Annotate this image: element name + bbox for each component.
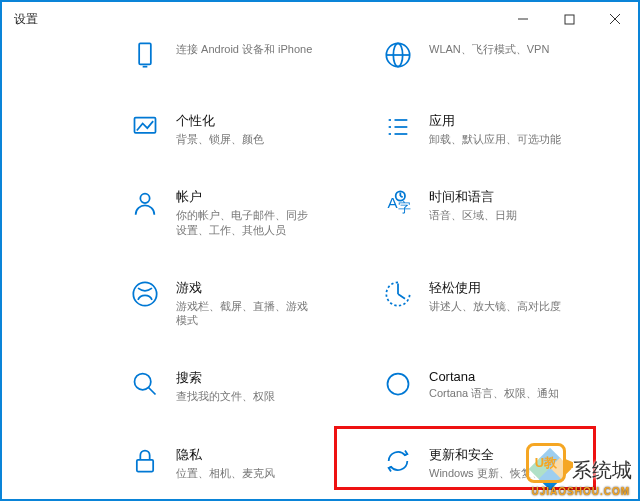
lock-icon bbox=[130, 446, 160, 476]
tile-phone[interactable]: 连接 Android 设备和 iPhone bbox=[122, 36, 375, 74]
minimize-button[interactable] bbox=[500, 2, 546, 36]
tile-subtitle: 连接 Android 设备和 iPhone bbox=[176, 42, 312, 56]
person-icon bbox=[130, 188, 160, 218]
globe-icon bbox=[383, 40, 413, 70]
tile-title: 隐私 bbox=[176, 446, 275, 464]
tile-title: 时间和语言 bbox=[429, 188, 517, 206]
tile-subtitle: 背景、锁屏、颜色 bbox=[176, 132, 264, 146]
tile-privacy[interactable]: 隐私 位置、相机、麦克风 bbox=[122, 442, 375, 484]
svg-rect-26 bbox=[137, 460, 153, 472]
tile-subtitle: 语音、区域、日期 bbox=[429, 208, 517, 222]
svg-text:A: A bbox=[388, 194, 399, 211]
tile-subtitle: Cortana 语言、权限、通知 bbox=[429, 386, 559, 400]
language-icon: A字 bbox=[383, 188, 413, 218]
watermark-sub: UJIAOSHOU.COM bbox=[531, 486, 630, 497]
maximize-button[interactable] bbox=[546, 2, 592, 36]
svg-line-24 bbox=[149, 388, 156, 395]
tile-subtitle: 讲述人、放大镜、高对比度 bbox=[429, 299, 561, 313]
watermark-text: 系统城 bbox=[572, 457, 632, 484]
tile-subtitle: 游戏栏、截屏、直播、游戏模式 bbox=[176, 299, 316, 328]
tile-title: 游戏 bbox=[176, 279, 316, 297]
phone-icon bbox=[130, 40, 160, 70]
svg-text:字: 字 bbox=[398, 201, 411, 216]
svg-point-23 bbox=[135, 374, 151, 390]
watermark-u-logo: U教 bbox=[526, 443, 566, 483]
tile-title: 应用 bbox=[429, 112, 561, 130]
svg-point-22 bbox=[133, 282, 156, 305]
tile-subtitle: 你的帐户、电子邮件、同步设置、工作、其他人员 bbox=[176, 208, 316, 237]
apps-list-icon bbox=[383, 112, 413, 142]
close-button[interactable] bbox=[592, 2, 638, 36]
tile-title: Cortana bbox=[429, 369, 559, 384]
svg-point-16 bbox=[140, 194, 149, 203]
tile-search[interactable]: 搜索 查找我的文件、权限 bbox=[122, 365, 375, 407]
tile-subtitle: WLAN、飞行模式、VPN bbox=[429, 42, 549, 56]
tile-title: 个性化 bbox=[176, 112, 264, 130]
tile-network[interactable]: WLAN、飞行模式、VPN bbox=[375, 36, 628, 74]
tile-time-language[interactable]: A字 时间和语言 语音、区域、日期 bbox=[375, 184, 628, 241]
accessibility-icon bbox=[383, 279, 413, 309]
cortana-icon bbox=[383, 369, 413, 399]
tile-subtitle: 查找我的文件、权限 bbox=[176, 389, 275, 403]
tile-title: 搜索 bbox=[176, 369, 275, 387]
tile-subtitle: 位置、相机、麦克风 bbox=[176, 466, 275, 480]
update-sync-icon bbox=[383, 446, 413, 476]
xbox-icon bbox=[130, 279, 160, 309]
search-icon bbox=[130, 369, 160, 399]
svg-point-25 bbox=[388, 374, 409, 395]
tile-apps[interactable]: 应用 卸载、默认应用、可选功能 bbox=[375, 108, 628, 150]
tile-accounts[interactable]: 帐户 你的帐户、电子邮件、同步设置、工作、其他人员 bbox=[122, 184, 375, 241]
svg-rect-1 bbox=[565, 15, 574, 24]
svg-rect-4 bbox=[139, 43, 151, 64]
window-controls bbox=[500, 2, 638, 36]
tile-cortana[interactable]: Cortana Cortana 语言、权限、通知 bbox=[375, 365, 628, 407]
tile-subtitle: 卸载、默认应用、可选功能 bbox=[429, 132, 561, 146]
tile-title: 轻松使用 bbox=[429, 279, 561, 297]
svg-line-21 bbox=[400, 196, 402, 197]
tile-ease-of-access[interactable]: 轻松使用 讲述人、放大镜、高对比度 bbox=[375, 275, 628, 332]
tile-personalization[interactable]: 个性化 背景、锁屏、颜色 bbox=[122, 108, 375, 150]
paint-icon bbox=[130, 112, 160, 142]
tile-gaming[interactable]: 游戏 游戏栏、截屏、直播、游戏模式 bbox=[122, 275, 375, 332]
window-title: 设置 bbox=[14, 11, 38, 28]
tile-title: 帐户 bbox=[176, 188, 316, 206]
